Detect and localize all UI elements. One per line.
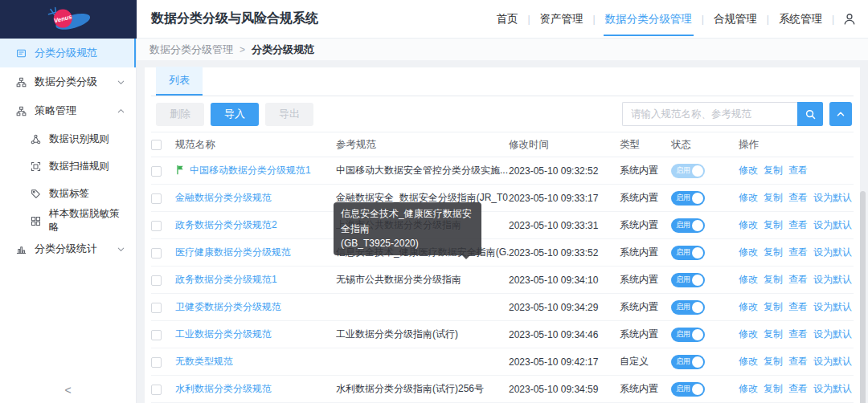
sidebar-item[interactable]: 数据扫描规则 [0,153,136,180]
action-link-2[interactable]: 复制 [764,274,783,285]
spec-name-link[interactable]: 政务数据分类分级规范1 [175,274,277,285]
sidebar-item[interactable]: 数据识别规则 [0,125,136,153]
status-label: 启用 [676,165,690,176]
status-toggle[interactable]: 启用 [671,382,705,397]
row-checkbox[interactable] [151,330,162,340]
row-checkbox[interactable] [151,275,162,286]
action-link-1[interactable]: 修改 [739,246,758,258]
time-cell: 2023-05-10 09:33:52 [509,239,620,267]
nav-item-4[interactable]: 合规管理 [712,0,759,39]
status-toggle[interactable]: 启用 [671,273,705,287]
action-link-2[interactable]: 复制 [764,328,783,340]
nav-item-5[interactable]: 系统管理 [777,0,824,39]
search-button[interactable] [797,102,823,126]
spec-name-link[interactable]: 中国移动数据分类分级规范1 [190,165,311,176]
action-link-1[interactable]: 修改 [739,274,758,285]
action-link-2[interactable]: 复制 [764,356,783,367]
import-button[interactable]: 导入 [211,103,259,126]
breadcrumb-item[interactable]: 数据分类分级管理 [149,43,233,57]
spec-name-link[interactable]: 医疗健康数据分类分级规范 [175,246,291,258]
delete-button[interactable]: 删除 [156,103,204,126]
status-toggle[interactable]: 启用 [671,246,705,260]
action-link-3[interactable]: 查看 [788,383,808,394]
vertical-scrollbar[interactable] [860,191,866,403]
action-link-1[interactable]: 修改 [739,165,758,176]
type-cell: 系统内置 [620,267,671,294]
user-icon[interactable] [842,12,857,26]
ref-cell: 无锡市公共数据分类分级指南 [336,267,509,294]
spec-name-link[interactable]: 金融数据分类分级规范 [175,192,272,203]
status-toggle[interactable]: 启用 [671,355,705,369]
type-cell: 系统内置 [620,239,671,267]
action-link-1[interactable]: 修改 [739,192,758,203]
action-link-3[interactable]: 查看 [788,301,808,312]
status-toggle[interactable]: 启用 [671,164,705,178]
content-card: 列表 删除 导入 导出 [145,67,860,403]
status-toggle[interactable]: 启用 [671,191,705,206]
spec-name-link[interactable]: 无数类型规范 [175,356,233,367]
action-link-4[interactable]: 设为默认 [813,246,852,258]
sidebar-item[interactable]: 数据分类分级 [0,67,136,96]
spec-name-link[interactable]: 工业数据分类分级规范 [175,328,272,340]
spec-name-link[interactable]: 政务数据分类分级规范2 [175,219,277,230]
tab-list[interactable]: 列表 [156,67,203,96]
sidebar-item[interactable]: 策略管理 [0,96,136,125]
sidebar-item[interactable]: 样本数据脱敏策略 [0,207,136,234]
action-link-2[interactable]: 复制 [764,165,783,176]
action-link-4[interactable]: 设为默认 [813,383,852,394]
status-toggle[interactable]: 启用 [671,218,705,233]
status-toggle[interactable]: 启用 [671,300,705,315]
sidebar-item[interactable]: 分类分级规范 [0,39,136,67]
select-all-checkbox[interactable] [151,140,162,150]
row-checkbox[interactable] [151,193,162,204]
search-input[interactable] [622,102,797,126]
spec-name-link[interactable]: 水利数据分类分级规范 [175,383,272,394]
row-checkbox[interactable] [151,166,162,177]
status-label: 启用 [676,302,690,312]
sidebar-collapse-button[interactable]: < [0,384,136,397]
action-link-4[interactable]: 设为默认 [813,274,852,285]
spec-name-link[interactable]: 卫健委数据分类分级规范 [175,301,281,312]
action-link-2[interactable]: 复制 [764,219,783,230]
row-checkbox[interactable] [151,248,162,258]
action-link-2[interactable]: 复制 [764,383,783,394]
action-link-1[interactable]: 修改 [739,219,758,230]
action-link-1[interactable]: 修改 [739,356,758,367]
action-link-1[interactable]: 修改 [739,383,758,394]
action-link-3[interactable]: 查看 [788,246,808,258]
action-link-1[interactable]: 修改 [739,328,758,340]
action-link-3[interactable]: 查看 [788,356,808,367]
action-link-3[interactable]: 查看 [788,192,808,203]
action-link-4[interactable]: 设为默认 [813,219,852,230]
nav-item-1[interactable]: 首页 [494,0,519,39]
chevron-down-icon [116,77,126,88]
top-nav: 首页|资产管理|数据分类分级管理|合规管理|系统管理| [494,0,868,39]
action-link-4[interactable]: 设为默认 [813,301,852,312]
nav-item-3[interactable]: 数据分类分级管理 [604,0,694,39]
action-link-3[interactable]: 查看 [788,219,808,230]
nav-item-2[interactable]: 资产管理 [538,0,585,39]
status-toggle[interactable]: 启用 [671,328,705,342]
action-link-2[interactable]: 复制 [764,246,783,258]
sidebar-item[interactable]: 数据标签 [0,180,136,207]
action-link-3[interactable]: 查看 [788,165,808,176]
action-link-1[interactable]: 修改 [739,301,758,312]
action-link-2[interactable]: 复制 [764,301,783,312]
action-link-3[interactable]: 查看 [788,274,808,285]
collapse-search-button[interactable] [829,102,852,126]
action-link-2[interactable]: 复制 [764,192,783,203]
export-button[interactable]: 导出 [265,103,313,126]
row-checkbox[interactable] [151,221,162,231]
row-checkbox[interactable] [151,303,162,313]
action-link-4[interactable]: 设为默认 [813,192,852,203]
time-cell: 2023-05-10 09:33:31 [509,212,620,239]
row-checkbox[interactable] [151,357,162,368]
breadcrumb-separator: > [240,44,245,55]
time-cell: 2023-05-10 09:34:10 [509,267,620,294]
action-link-4[interactable]: 设为默认 [813,328,852,340]
action-link-3[interactable]: 查看 [788,328,808,340]
sidebar-item[interactable]: 分类分级统计 [0,234,136,263]
hierarchy-icon [16,77,27,88]
row-checkbox[interactable] [151,385,162,395]
action-link-4[interactable]: 设为默认 [813,356,852,367]
